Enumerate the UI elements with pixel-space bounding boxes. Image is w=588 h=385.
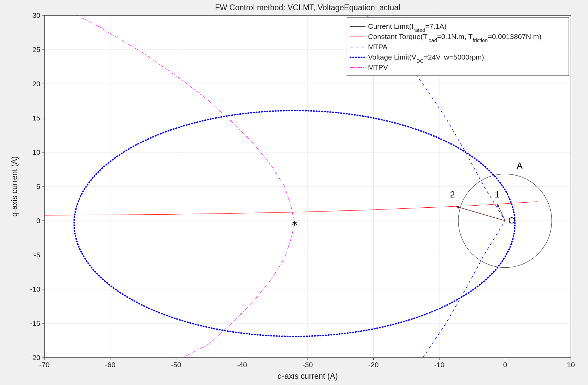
svg-text:5: 5 bbox=[36, 182, 40, 190]
point-label-A: A bbox=[517, 161, 523, 171]
legend-item: MTPV bbox=[368, 63, 388, 71]
svg-text:10: 10 bbox=[32, 148, 40, 156]
svg-text:-20: -20 bbox=[368, 361, 378, 369]
figure: -70-60-50-40-30-20-10010-20-15-10-505101… bbox=[0, 0, 588, 385]
svg-text:0: 0 bbox=[503, 361, 507, 369]
svg-text:-5: -5 bbox=[34, 251, 40, 259]
x-axis-label: d-axis current (A) bbox=[278, 372, 338, 381]
svg-text:-50: -50 bbox=[171, 361, 181, 369]
svg-text:-20: -20 bbox=[30, 354, 40, 361]
svg-text:30: 30 bbox=[32, 11, 40, 19]
svg-text:15: 15 bbox=[32, 114, 40, 122]
svg-text:-60: -60 bbox=[105, 361, 115, 369]
ellipse-center-marker: ∗ bbox=[291, 218, 298, 228]
svg-text:-10: -10 bbox=[434, 361, 444, 369]
point-label-1: 1 bbox=[495, 189, 499, 200]
point-label-2: 2 bbox=[450, 189, 455, 200]
legend: Current Limit(Irated=7.1A)Constant Torqu… bbox=[347, 17, 569, 76]
svg-text:-10: -10 bbox=[30, 285, 40, 293]
y-axis-label: q-axis current (A) bbox=[10, 156, 19, 217]
svg-text:-40: -40 bbox=[237, 361, 247, 369]
chart-title: FW Control method: VCLMT, VoltageEquatio… bbox=[215, 3, 400, 12]
svg-text:10: 10 bbox=[567, 361, 575, 369]
svg-text:20: 20 bbox=[32, 80, 40, 88]
point-label-O: O bbox=[508, 215, 515, 226]
svg-text:-70: -70 bbox=[39, 361, 50, 369]
legend-item: MTPA bbox=[368, 43, 388, 51]
svg-text:-15: -15 bbox=[30, 319, 40, 327]
svg-text:25: 25 bbox=[32, 46, 40, 53]
svg-text:-30: -30 bbox=[303, 361, 313, 369]
svg-text:0: 0 bbox=[36, 217, 40, 224]
chart-svg: -70-60-50-40-30-20-10010-20-15-10-505101… bbox=[0, 0, 588, 385]
